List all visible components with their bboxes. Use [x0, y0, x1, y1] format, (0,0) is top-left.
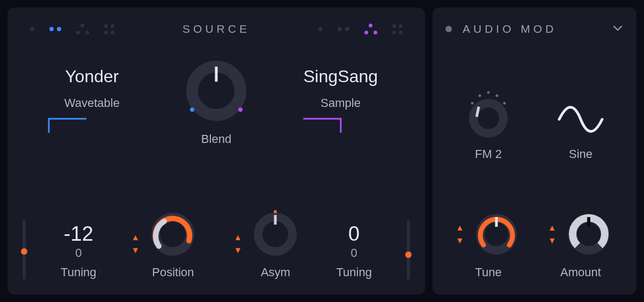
- tuning-left-fine: 0: [75, 246, 82, 260]
- svg-point-14: [503, 102, 506, 105]
- dots-triangle-icon: [76, 24, 89, 34]
- dot-indicator-icon: [30, 27, 34, 31]
- fm-knob-icon: [462, 87, 515, 141]
- arrow-down-icon[interactable]: ▼: [456, 236, 464, 245]
- dots-pair-icon: [49, 27, 61, 31]
- tuning-left-control[interactable]: -12 0 Tuning: [61, 224, 96, 279]
- amount-stepper[interactable]: ▲ ▼: [548, 224, 557, 245]
- tuning-left-value: -12: [64, 224, 93, 244]
- arrow-up-icon[interactable]: ▲: [548, 224, 557, 232]
- blend-label: Blend: [201, 132, 231, 146]
- sine-wave-icon: [551, 92, 610, 141]
- source-left[interactable]: Yonder Wavetable: [38, 67, 145, 136]
- position-stepper[interactable]: ▲ ▼: [131, 233, 140, 255]
- asym-label: Asym: [261, 265, 290, 279]
- svg-point-13: [496, 95, 499, 97]
- svg-point-3: [238, 107, 243, 112]
- asym-stepper[interactable]: ▲ ▼: [234, 233, 243, 255]
- source-left-type: Wavetable: [38, 96, 145, 110]
- tuning-right-control[interactable]: 0 0 Tuning: [336, 224, 371, 279]
- source-right[interactable]: SingSang Sample: [287, 67, 394, 136]
- source-indicator-right[interactable]: [318, 24, 402, 34]
- tuning-right-value: 0: [348, 224, 360, 244]
- source-right-type: Sample: [287, 96, 394, 110]
- svg-point-2: [190, 107, 194, 112]
- dots-quad-icon: [104, 24, 114, 34]
- tune-control[interactable]: ▲ ▼ Tune: [445, 171, 531, 279]
- connector-right-icon: [287, 112, 352, 134]
- dots-quad-icon: [392, 24, 402, 34]
- arrow-up-icon[interactable]: ▲: [234, 233, 243, 242]
- connector-left-icon: [38, 112, 103, 134]
- dots-pair-icon: [338, 27, 349, 31]
- arrow-up-icon[interactable]: ▲: [131, 233, 140, 242]
- dots-triangle-icon: [364, 24, 377, 34]
- fm-label: FM 2: [475, 147, 502, 161]
- svg-point-12: [487, 91, 490, 94]
- asym-knob-icon: [250, 208, 301, 260]
- tuning-right-fine: 0: [351, 246, 357, 260]
- amount-knob-icon: [564, 210, 613, 259]
- level-slider-left[interactable]: [23, 220, 26, 279]
- audiomod-title: AUDIO MOD: [463, 23, 557, 35]
- arrow-down-icon[interactable]: ▼: [131, 246, 140, 255]
- position-control[interactable]: Position: [147, 208, 199, 279]
- source-panel: SOURCE Yonder Wavetable: [8, 8, 425, 294]
- blend-knob-icon: [181, 56, 251, 126]
- audiomod-header: AUDIO MOD: [445, 18, 624, 40]
- tune-stepper[interactable]: ▲ ▼: [456, 224, 464, 245]
- wave-selector[interactable]: Sine: [538, 53, 624, 161]
- tuning-left-label: Tuning: [61, 265, 96, 279]
- source-left-name: Yonder: [38, 67, 145, 87]
- tune-knob-icon: [472, 210, 521, 259]
- dot-indicator-icon: [318, 27, 323, 31]
- tune-label: Tune: [475, 265, 501, 279]
- level-slider-right[interactable]: [407, 220, 410, 279]
- audiomod-panel: AUDIO MOD FM 2 Sine: [433, 8, 636, 294]
- arrow-up-icon[interactable]: ▲: [456, 224, 464, 232]
- source-right-name: SingSang: [287, 67, 394, 87]
- amount-control[interactable]: ▲ ▼ Amount: [538, 171, 624, 279]
- blend-control[interactable]: Blend: [181, 56, 251, 146]
- amount-label: Amount: [560, 265, 601, 279]
- fm-control[interactable]: FM 2: [445, 53, 531, 161]
- tuning-right-label: Tuning: [336, 265, 371, 279]
- svg-point-11: [479, 95, 481, 97]
- chevron-down-icon[interactable]: [612, 22, 624, 36]
- asym-control[interactable]: Asym: [250, 208, 301, 279]
- position-knob-icon: [147, 208, 199, 260]
- svg-point-7: [274, 210, 277, 213]
- source-header: SOURCE: [20, 18, 412, 40]
- position-label: Position: [152, 265, 194, 279]
- arrow-down-icon[interactable]: ▼: [234, 246, 243, 255]
- source-title: SOURCE: [182, 23, 250, 35]
- power-led-icon[interactable]: [445, 26, 452, 32]
- arrow-down-icon[interactable]: ▼: [548, 236, 557, 245]
- svg-point-10: [471, 102, 474, 105]
- source-indicator-left[interactable]: [30, 24, 114, 34]
- wave-label: Sine: [569, 147, 592, 161]
